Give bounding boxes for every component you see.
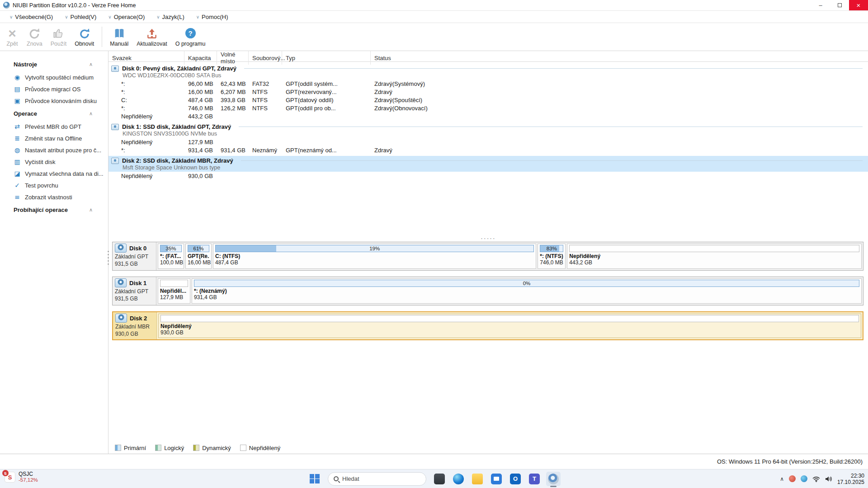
table-row[interactable]: *:931,4 GB931,4 GBNeznámýGPT(neznámý od.… — [108, 146, 868, 154]
disk-panel-disk-2[interactable]: Disk 2Základní MBR930,0 GBNepřidělený930… — [112, 311, 863, 340]
clean-disk-icon: ▥ — [14, 158, 21, 165]
cell-svazek: Nepřidělený — [108, 113, 184, 120]
undo-icon: × — [8, 27, 16, 40]
sidebar-item-label: Vyčistit disk — [25, 159, 55, 165]
sidebar-splitter-handle[interactable] — [107, 250, 110, 265]
partition-size: 16,00 MB — [188, 259, 209, 266]
disk-group-header[interactable]: Disk 2: SSD disk, Základní MBR, ZdravýMs… — [108, 156, 868, 172]
partition-block[interactable]: 19%C: (NTFS)487,4 GB — [213, 244, 536, 269]
usage-percent: 61% — [188, 245, 209, 252]
windows-taskbar: S 5 QSJC -57,12% Hledat OT ∧ — [0, 469, 868, 488]
menu-item-label: Jazyk(L) — [162, 14, 184, 20]
close-button[interactable]: × — [849, 0, 868, 10]
disk-size: 931,5 GB — [115, 261, 154, 267]
menu-item-4[interactable]: ∨Jazyk(L) — [151, 11, 190, 23]
taskbar-clock[interactable]: 22:30 17.10.2025 — [837, 473, 864, 485]
horizontal-splitter-handle[interactable]: ····· — [108, 235, 868, 242]
readonly-attribute-icon: ◍ — [14, 146, 21, 154]
sidebar-item[interactable]: ◍Nastavit atribut pouze pro č... — [0, 144, 108, 156]
taskbar-app-niubi[interactable] — [546, 472, 561, 486]
table-row[interactable]: C:487,4 GB393,8 GBNTFSGPT(datový oddíl)Z… — [108, 96, 868, 104]
partition-block[interactable]: 83%*: (NTFS)746,0 MB — [538, 244, 566, 269]
disk-group-header[interactable]: Disk 1: SSD disk, Základní GPT, ZdravýKI… — [108, 122, 868, 138]
partition-block[interactable]: Nepřidělený930,0 GB — [158, 314, 861, 338]
tray-chevron-up-icon[interactable]: ∧ — [780, 476, 784, 482]
sidebar-item[interactable]: ▣Průvodce klonováním disku — [0, 95, 108, 107]
erase-data-icon: ◪ — [14, 170, 21, 177]
speaker-icon[interactable] — [825, 476, 832, 482]
partition-block[interactable]: 61%GPT(Re...16,00 MB — [185, 244, 212, 269]
table-row[interactable]: Nepřidělený127,9 MB — [108, 138, 868, 146]
taskbar-app-desktop[interactable] — [432, 472, 447, 486]
legend-swatch — [193, 445, 199, 451]
stock-ticker: QSJC — [19, 471, 38, 477]
sidebar-section-header[interactable]: Probíhající operace∧ — [0, 203, 108, 217]
taskbar-app-edge[interactable] — [451, 472, 466, 486]
sidebar-item[interactable]: ▤Průvodce migrací OS — [0, 83, 108, 95]
taskbar-app-teams-icon: T — [529, 474, 540, 484]
toolbar-button-label: Použít — [51, 41, 66, 47]
manual-button[interactable]: Manuál — [106, 23, 132, 51]
taskbar-app-outlook[interactable]: O — [508, 472, 523, 486]
disk-group-subtitle: KINGSTON SNV3S1000G NVMe bus — [111, 131, 868, 137]
disk-group-title: Disk 2: SSD disk, Základní MBR, Zdravý — [122, 157, 233, 164]
table-row[interactable]: *:16,00 MB6,207 MBNTFSGPT(rezervovaný...… — [108, 88, 868, 96]
taskbar-app-store[interactable] — [489, 472, 504, 486]
sidebar-item[interactable]: ≣Změnit stav na Offline — [0, 132, 108, 144]
stock-change: -57,12% — [19, 477, 38, 483]
widgets-button[interactable]: S 5 QSJC -57,12% — [5, 471, 38, 483]
table-row[interactable]: Nepřidělený443,2 GB — [108, 112, 868, 120]
chevron-down-icon: ∨ — [108, 14, 111, 19]
disk-group-header[interactable]: Disk 0: Pevný disk, Základní GPT, Zdravý… — [108, 64, 868, 80]
partition-block[interactable]: Nepřidělený443,2 GB — [567, 244, 862, 269]
update-button[interactable]: Aktualizovat — [132, 23, 171, 51]
menu-item-2[interactable]: ∨Pohled(V) — [59, 11, 102, 23]
redo-button[interactable]: Znova — [23, 23, 47, 51]
disk-group-subtitle: Msft Storage Space Unknown bus type — [111, 164, 868, 171]
refresh-button[interactable]: Obnovit — [71, 23, 98, 51]
disk-panel-disk-0[interactable]: Disk 0Základní GPT931,5 GB35%*: (FAT...1… — [112, 242, 863, 271]
table-row[interactable]: *:96,00 MB62,43 MBFAT32GPT(oddíl systém.… — [108, 80, 868, 88]
taskbar-app-teams[interactable]: T — [527, 472, 542, 486]
cell-kapacita: 487,4 GB — [184, 97, 217, 103]
partition-block[interactable]: 0%*: (Neznámý)931,4 GB — [192, 278, 862, 304]
search-icon — [334, 476, 339, 481]
disk-panel-disk-1[interactable]: Disk 1Základní GPT931,5 GBNepřiděl...127… — [112, 277, 863, 305]
sidebar-section-header[interactable]: Operace∧ — [0, 107, 108, 121]
menu-item-5[interactable]: ∨Pomoc(H) — [190, 11, 234, 23]
sidebar-item[interactable]: ✓Test povrchu — [0, 179, 108, 191]
table-row[interactable]: *:746,0 MB126,2 MBNTFSGPT(oddíl pro ob..… — [108, 104, 868, 112]
taskbar-app-outlook-icon: O — [510, 474, 521, 484]
undo-button[interactable]: ×Zpět — [2, 23, 23, 51]
maximize-icon — [838, 3, 842, 7]
network-icon[interactable] — [812, 476, 820, 482]
sidebar-item[interactable]: ◪Vymazat všechna data na di... — [0, 168, 108, 179]
usage-bar: 61% — [188, 245, 209, 252]
partition-block[interactable]: 35%*: (FAT...100,0 MB — [158, 244, 184, 269]
maximize-button[interactable] — [830, 0, 849, 10]
tray-app-icon-red[interactable] — [789, 475, 796, 482]
about-button[interactable]: ?O programu — [171, 23, 210, 51]
sidebar-item[interactable]: ▥Vyčistit disk — [0, 156, 108, 168]
cell-kapacita: 127,9 MB — [184, 139, 217, 145]
sidebar-section-header[interactable]: Nástroje∧ — [0, 57, 108, 71]
apply-button[interactable]: Použít — [47, 23, 71, 51]
sidebar-item[interactable]: ⇄Převést MBR do GPT — [0, 121, 108, 132]
cell-typ: GPT(oddíl pro ob... — [282, 105, 371, 112]
minimize-button[interactable]: – — [811, 0, 830, 10]
start-button[interactable] — [307, 472, 322, 486]
sidebar-item[interactable]: ◉Vytvořit spouštěcí médium — [0, 71, 108, 83]
taskbar-search-input[interactable]: Hledat — [328, 472, 426, 486]
menu-item-label: Všeobecné(G) — [15, 14, 53, 20]
tray-app-icon-blue[interactable] — [801, 475, 807, 482]
sidebar-item[interactable]: ≡Zobrazit vlastnosti — [0, 191, 108, 203]
table-row[interactable]: Nepřidělený930,0 GB — [108, 172, 868, 180]
menu-item-3[interactable]: ∨Operace(O) — [102, 11, 151, 23]
sidebar-item-label: Převést MBR do GPT — [25, 123, 81, 130]
taskbar-app-file-explorer[interactable] — [470, 472, 485, 486]
sidebar-item-label: Změnit stav na Offline — [25, 135, 82, 142]
menu-item-1[interactable]: ∨Všeobecné(G) — [4, 11, 59, 23]
cell-svazek: *: — [108, 80, 184, 87]
partition-block[interactable]: Nepřiděl...127,9 MB — [158, 278, 190, 304]
menu-item-label: Pohled(V) — [70, 14, 96, 20]
